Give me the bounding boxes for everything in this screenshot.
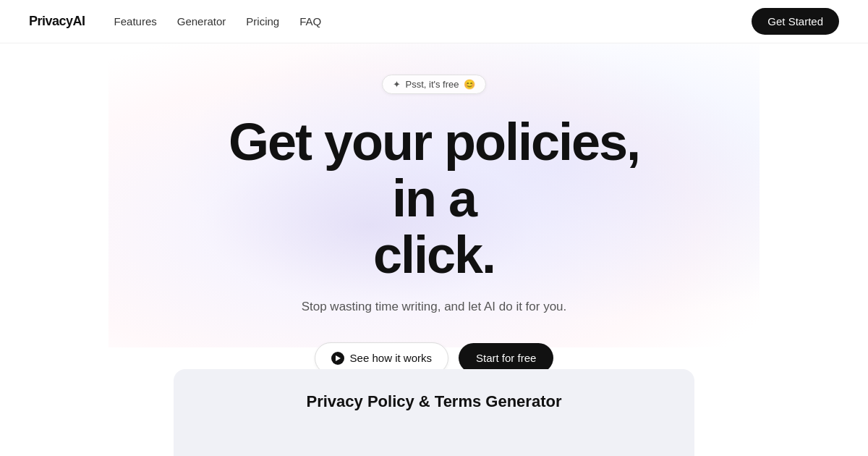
nav-pricing[interactable]: Pricing [246, 15, 279, 28]
hero-subtitle: Stop wasting time writing, and let AI do… [302, 297, 567, 316]
hero-section: ✦ Psst, it's free 😊 Get your policies, i… [0, 43, 868, 369]
hero-content: ✦ Psst, it's free 😊 Get your policies, i… [210, 75, 658, 369]
nav-faq[interactable]: FAQ [299, 15, 321, 28]
badge-emoji: 😊 [464, 79, 475, 90]
get-started-button[interactable]: Get Started [752, 8, 839, 35]
nav-links: Features Generator Pricing FAQ [114, 15, 322, 28]
start-free-button[interactable]: Start for free [459, 343, 553, 369]
generator-card-title: Privacy Policy & Terms Generator [203, 392, 665, 411]
badge-sparkle-icon: ✦ [393, 79, 401, 90]
hero-title-line1: Get your policies, in a [229, 113, 639, 227]
see-how-label: See how it works [350, 352, 432, 364]
nav-generator[interactable]: Generator [177, 15, 226, 28]
bottom-section: Privacy Policy & Terms Generator [0, 369, 868, 456]
badge-text: Psst, it's free [405, 79, 459, 90]
hero-title-line2: click. [373, 226, 495, 284]
navbar: PrivacyAI Features Generator Pricing FAQ… [0, 0, 868, 43]
nav-features[interactable]: Features [114, 15, 157, 28]
navbar-left: PrivacyAI Features Generator Pricing FAQ [29, 14, 321, 29]
promo-badge: ✦ Psst, it's free 😊 [382, 75, 485, 94]
play-icon [331, 352, 344, 365]
see-how-button[interactable]: See how it works [315, 342, 448, 369]
hero-title: Get your policies, in a click. [210, 114, 658, 283]
generator-card: Privacy Policy & Terms Generator [174, 369, 694, 456]
cta-group: See how it works Start for free [315, 342, 554, 369]
logo: PrivacyAI [29, 14, 85, 29]
